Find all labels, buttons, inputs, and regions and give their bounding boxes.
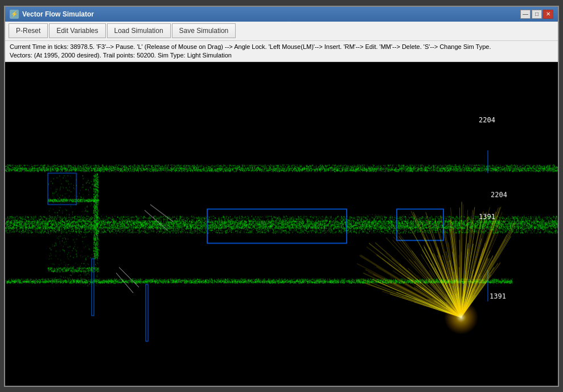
simulation-canvas[interactable]: 2204 1391 [5, 62, 558, 385]
status-bar: Current Time in ticks: 38978.5. 'F3'--> … [5, 41, 558, 63]
label-1391: 1391 [479, 213, 495, 221]
load-simulation-button[interactable]: Load Simulation [107, 23, 171, 38]
label-2204: 2204 [479, 116, 495, 124]
simulation-view[interactable] [5, 62, 558, 385]
edit-variables-button[interactable]: Edit Variables [49, 23, 105, 38]
toolbar: P-Reset Edit Variables Load Simulation S… [5, 22, 558, 41]
title-bar: ⚡ Vector Flow Simulator — □ ✕ [5, 7, 558, 22]
app-icon: ⚡ [10, 10, 19, 19]
title-bar-controls: — □ ✕ [520, 10, 553, 19]
save-simulation-button[interactable]: Save Simulation [172, 23, 236, 38]
preset-button[interactable]: P-Reset [9, 23, 48, 38]
main-window: ⚡ Vector Flow Simulator — □ ✕ P-Reset Ed… [4, 6, 559, 387]
close-button[interactable]: ✕ [543, 10, 553, 19]
minimize-button[interactable]: — [520, 10, 531, 19]
window-title: Vector Flow Simulator [22, 10, 94, 18]
maximize-button[interactable]: □ [532, 10, 542, 19]
status-line1: Current Time in ticks: 38978.5. 'F3'--> … [10, 43, 553, 51]
status-line2: Vectors: (At 1995, 2000 desired). Trail … [10, 51, 553, 60]
title-bar-left: ⚡ Vector Flow Simulator [10, 10, 94, 19]
